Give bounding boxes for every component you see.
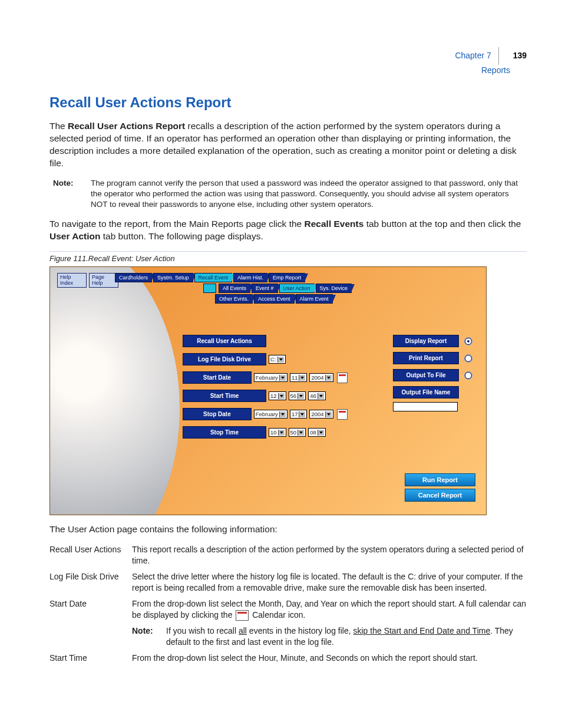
chevron-down-icon <box>318 430 324 436</box>
start-hour-select[interactable]: 12 <box>269 391 286 400</box>
tab-row-3: Other Evnts. Access Event Alarm Event <box>215 294 474 304</box>
page-help-button[interactable]: Page Help <box>89 273 118 288</box>
tab-recall-event[interactable]: Recall Event <box>194 273 233 282</box>
figure-caption: Figure 111.Recall Event: User Action <box>49 254 527 263</box>
stop-hour-select[interactable]: 10 <box>269 428 286 437</box>
tab-row-1: Cardholders Systm. Setup Recall Event Al… <box>115 273 474 282</box>
start-month-select[interactable]: February <box>254 373 287 382</box>
subtab-arrow-icon <box>203 284 216 293</box>
label-recall-user-actions: Recall User Actions <box>183 335 266 347</box>
chevron-down-icon <box>318 393 324 399</box>
note-text: The program cannot verify the person tha… <box>91 178 527 210</box>
calendar-icon[interactable] <box>337 409 348 420</box>
stop-day-select[interactable]: 17 <box>290 410 308 419</box>
def-desc-logdrive: Select the drive letter where the histor… <box>132 571 527 594</box>
calendar-icon <box>236 610 249 621</box>
tab-other-evnts[interactable]: Other Evnts. <box>215 294 253 304</box>
chevron-down-icon <box>299 411 305 417</box>
chapter-label: Chapter 7 <box>455 51 491 60</box>
def-term-recall: Recall User Actions <box>49 544 132 566</box>
tab-systm-setup[interactable]: Systm. Setup <box>153 273 193 282</box>
chevron-down-icon <box>325 375 332 381</box>
chevron-down-icon <box>325 411 332 417</box>
chevron-down-icon <box>279 411 286 417</box>
label-stop-date: Stop Date <box>183 408 252 420</box>
page-header: Chapter 7 139 Reports <box>455 47 527 75</box>
tab-user-action[interactable]: User Action <box>279 284 315 293</box>
chevron-down-icon <box>278 393 285 399</box>
tab-cardholders[interactable]: Cardholders <box>115 273 152 282</box>
navigation-paragraph: To navigate to the report, from the Main… <box>49 218 527 243</box>
screenshot-panel: Help Index Page Help Cardholders Systm. … <box>49 266 487 515</box>
run-report-button[interactable]: Run Report <box>405 473 475 486</box>
def-desc-recall: This report recalls a description of the… <box>132 544 527 566</box>
start-min-select[interactable]: 56 <box>289 391 306 400</box>
chevron-down-icon <box>279 375 286 381</box>
stop-year-select[interactable]: 2004 <box>309 410 333 419</box>
inner-note-text: If you wish to recall all events in the … <box>166 625 527 648</box>
display-report-button[interactable]: Display Report <box>393 335 459 347</box>
print-report-button[interactable]: Print Report <box>393 352 459 364</box>
tab-access-event[interactable]: Access Event <box>254 294 295 304</box>
tab-row-2: All Events Event # User Action Sys. Devi… <box>203 284 474 293</box>
tab-alarm-hist[interactable]: Alarm Hist. <box>233 273 267 282</box>
def-term-start-date: Start Date <box>49 598 132 648</box>
tab-event-number[interactable]: Event # <box>252 284 278 293</box>
label-log-file-disk-drive: Log File Disk Drive <box>183 353 266 365</box>
output-file-name-label: Output File Name <box>393 386 459 398</box>
chevron-down-icon <box>299 375 305 381</box>
help-index-button[interactable]: Help Index <box>57 273 87 288</box>
output-to-file-button[interactable]: Output To File <box>393 369 459 381</box>
after-shot-text: The User Action page contains the follow… <box>49 523 527 536</box>
chevron-down-icon <box>277 357 284 363</box>
note-label: Note: <box>53 178 91 210</box>
print-report-radio[interactable] <box>465 355 472 362</box>
def-term-logdrive: Log File Disk Drive <box>49 571 132 594</box>
tab-all-events[interactable]: All Events <box>219 284 250 293</box>
output-to-file-radio[interactable] <box>465 372 472 379</box>
label-start-date: Start Date <box>183 371 252 384</box>
def-desc-start-time: From the drop-down list select the Hour,… <box>132 653 527 664</box>
label-start-time: Start Time <box>183 390 266 402</box>
drive-select[interactable]: C: <box>269 355 286 364</box>
tab-sys-device[interactable]: Sys. Device <box>316 284 352 293</box>
stop-min-select[interactable]: 50 <box>289 428 306 437</box>
section-label: Reports <box>481 65 510 75</box>
def-term-start-time: Start Time <box>49 653 132 664</box>
page-title: Recall User Actions Report <box>49 94 527 111</box>
page-number: 139 <box>513 51 527 60</box>
output-file-name-input[interactable] <box>393 402 458 411</box>
note-block: Note: The program cannot verify the pers… <box>53 178 527 210</box>
stop-month-select[interactable]: February <box>254 410 287 419</box>
cancel-report-button[interactable]: Cancel Report <box>405 489 475 502</box>
start-year-select[interactable]: 2004 <box>309 373 333 382</box>
tab-alarm-event[interactable]: Alarm Event <box>296 294 333 304</box>
start-sec-select[interactable]: 46 <box>308 391 326 400</box>
stop-sec-select[interactable]: 08 <box>308 428 326 437</box>
calendar-icon[interactable] <box>337 373 348 383</box>
chevron-down-icon <box>297 430 304 436</box>
def-desc-start-date: From the drop-down list select the Month… <box>132 598 527 648</box>
inner-note-label: Note: <box>132 625 166 648</box>
start-day-select[interactable]: 11 <box>290 373 308 382</box>
label-stop-time: Stop Time <box>183 426 266 439</box>
tab-emp-report[interactable]: Emp Report <box>269 273 305 282</box>
chevron-down-icon <box>297 393 304 399</box>
intro-paragraph: The Recall User Actions Report recalls a… <box>49 120 527 170</box>
chevron-down-icon <box>278 430 285 436</box>
display-report-radio[interactable] <box>465 338 472 345</box>
